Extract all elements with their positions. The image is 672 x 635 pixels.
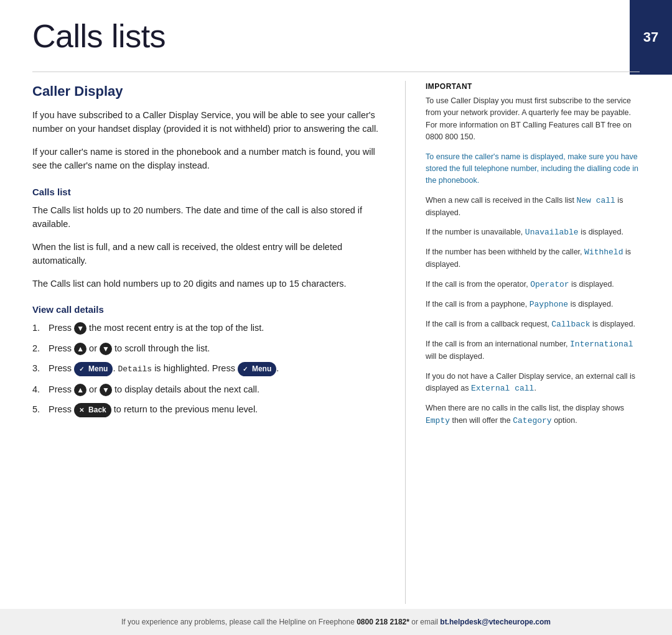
right-para-withheld: If the number has been withheld by the c… [426,246,640,271]
right-para-callback: If the call is from a callback request, … [426,318,640,331]
right-para-international: If the call is from an international num… [426,338,640,363]
step-4-content: Press ▲ or ▼ to display details about th… [49,382,380,396]
intro-para-1: If you have subscribed to a Caller Displ… [32,108,380,136]
step-5-content: Press ✕Back to return to the previous me… [49,402,380,417]
blue-para-1: To ensure the caller's name is displayed… [426,151,640,187]
footer-text-before: If you experience any problems, please c… [121,618,357,626]
step-3: 3. Press ✓Menu. Details is highlighted. … [32,361,380,376]
new-call-mono: New call [576,196,615,205]
calls-list-para3: The Calls list can hold numbers up to 20… [32,277,380,290]
down-arrow-icon: ▼ [74,322,86,335]
checkmark-icon-2: ✓ [240,364,250,374]
calls-list-para2: When the list is full, and a new call is… [32,240,380,268]
withheld-mono: Withheld [584,248,623,257]
step-3-number: 3. [32,361,45,375]
footer-email: bt.helpdesk@vtecheurope.com [440,618,551,626]
up-arrow-icon-2: ▲ [74,343,86,355]
footer-phone: 0800 218 2182* [357,618,409,626]
down-arrow-icon-2: ▼ [100,343,112,355]
step-2: 2. Press ▲ or ▼ to scroll through the li… [32,341,380,355]
right-para-new-call: When a new call is received in the Calls… [426,195,640,220]
back-button-badge: ✕Back [74,403,111,417]
important-label: IMPORTANT [426,81,640,92]
empty-mono: Empty [426,416,450,425]
page-number: 37 [643,29,658,45]
footer-text-mid: or email [411,618,440,626]
right-para-operator: If the call is from the operator, Operat… [426,279,640,291]
calls-list-para1: The Calls list holds up to 20 numbers. T… [32,203,380,231]
unavailable-mono: Unavailable [525,228,579,237]
footer-bar: If you experience any problems, please c… [0,609,672,635]
callback-mono: Callback [551,320,590,329]
step-4: 4. Press ▲ or ▼ to display details about… [32,382,380,396]
international-mono: International [570,340,633,349]
section-heading-caller-display: Caller Display [32,83,380,100]
right-para-payphone: If the call is from a payphone, Payphone… [426,299,640,311]
left-column: Caller Display If you have subscribed to… [32,81,406,604]
operator-mono: Operator [530,280,569,289]
intro-para-2: If your caller's name is stored in the p… [32,145,380,173]
step-2-number: 2. [32,341,45,355]
important-text: To use Caller Display you must first sub… [426,95,640,144]
checkmark-icon-1: ✓ [77,364,86,374]
footer-text: If you experience any problems, please c… [121,618,551,626]
view-call-details-heading: View call details [32,304,380,315]
menu-button-badge-1: ✓Menu [74,362,113,376]
external-call-mono: External call [471,384,534,393]
step-5: 5. Press ✕Back to return to the previous… [32,402,380,417]
right-para-unavailable: If the number is unavailable, Unavailabl… [426,226,640,239]
right-para-empty: When there are no calls in the calls lis… [426,402,640,427]
menu-button-badge-2: ✓Menu [238,362,276,376]
payphone-mono: Payphone [530,300,568,309]
step-1: 1. Press ▼ the most recent entry is at t… [32,321,380,335]
up-arrow-icon-4: ▲ [74,384,86,396]
step-3-content: Press ✓Menu. Details is highlighted. Pre… [49,361,380,376]
step-4-number: 4. [32,382,45,396]
x-icon: ✕ [77,405,86,415]
details-mono: Details [118,364,152,374]
category-mono: Category [513,416,551,425]
blue-para-1-text: To ensure the caller's name is displayed… [426,152,638,185]
calls-list-heading: Calls list [32,187,380,197]
page-number-tab: 37 [630,0,672,75]
step-1-content: Press ▼ the most recent entry is at the … [49,321,380,335]
right-para-external: If you do not have a Caller Display serv… [426,371,640,396]
step-2-content: Press ▲ or ▼ to scroll through the list. [49,341,380,355]
content-area: Caller Display If you have subscribed to… [32,81,640,604]
title-divider [32,72,640,72]
right-column: IMPORTANT To use Caller Display you must… [406,81,640,604]
page-title: Calls lists [32,17,166,55]
down-arrow-icon-4: ▼ [100,384,112,396]
step-5-number: 5. [32,402,45,416]
page-container: 37 Calls lists Caller Display If you hav… [0,0,672,635]
step-1-number: 1. [32,321,45,335]
